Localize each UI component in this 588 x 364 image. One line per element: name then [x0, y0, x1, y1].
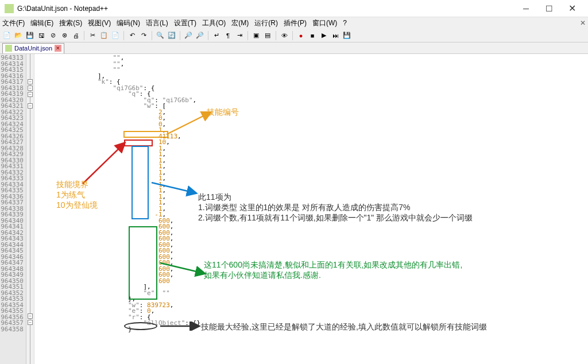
tab-label: DataUnit.json — [14, 45, 52, 52]
savemacro-icon[interactable]: 💾 — [342, 31, 351, 40]
record-icon[interactable]: ● — [296, 31, 305, 40]
menu-search[interactable]: 搜索(S) — [59, 18, 82, 28]
fold-minus-icon[interactable]: − — [28, 79, 33, 84]
open-file-icon[interactable]: 📂 — [14, 31, 23, 40]
tab-bar: DataUnit.json ✕ — [0, 42, 588, 54]
unfold-icon[interactable]: ▤ — [263, 31, 272, 40]
fold-minus-icon[interactable]: − — [28, 103, 33, 109]
editor-area[interactable]: 9643139643149643159643169643179643189643… — [0, 54, 588, 364]
new-file-icon[interactable]: 📄 — [2, 31, 11, 40]
save-icon[interactable]: 💾 — [25, 31, 34, 40]
play-icon[interactable]: ▶ — [319, 31, 328, 40]
maximize-button[interactable]: ☐ — [537, 1, 560, 17]
copy-icon[interactable]: 📋 — [99, 31, 109, 40]
close-button[interactable]: ✕ — [560, 1, 583, 17]
line-number-gutter: 9643139643149643159643169643179643189643… — [0, 54, 26, 364]
wordwrap-icon[interactable]: ↵ — [212, 31, 221, 40]
app-icon — [5, 4, 14, 13]
close-all-icon[interactable]: ⊗ — [60, 31, 69, 40]
menu-settings[interactable]: 设置(T) — [174, 18, 196, 28]
close-file-icon[interactable]: ⊘ — [48, 31, 57, 40]
minimize-button[interactable]: ─ — [514, 1, 537, 17]
fold-column[interactable]: − − − − − − — [26, 54, 34, 364]
menu-edit[interactable]: 编辑(E) — [30, 18, 53, 28]
menu-help[interactable]: ? — [343, 19, 347, 27]
menu-language[interactable]: 语言(L) — [146, 18, 168, 28]
zoom-out-icon[interactable]: 🔎 — [195, 31, 204, 40]
indent-icon[interactable]: ⇥ — [235, 31, 244, 40]
undo-icon[interactable]: ↶ — [127, 31, 137, 40]
window-titlebar: G:\DataUnit.json - Notepad++ ─ ☐ ✕ — [0, 0, 588, 17]
menu-plugins[interactable]: 插件(P) — [284, 18, 307, 28]
fold-minus-icon[interactable]: − — [28, 320, 33, 325]
menu-macro[interactable]: 宏(M) — [231, 18, 249, 28]
menu-view[interactable]: 视图(V) — [88, 18, 111, 28]
toolbar: 📄 📂 💾 🖫 ⊘ ⊗ 🖨 ✂ 📋 📄 ↶ ↷ 🔍 🔄 🔎 🔎 ↵ ¶ ⇥ ▣ … — [0, 29, 588, 42]
save-all-icon[interactable]: 🖫 — [37, 31, 46, 40]
tab-close-icon[interactable]: ✕ — [55, 45, 61, 52]
menu-file[interactable]: 文件(F) — [2, 18, 25, 28]
cut-icon[interactable]: ✂ — [88, 31, 97, 40]
menu-encoding[interactable]: 编码(N) — [117, 18, 140, 28]
menu-tools[interactable]: 工具(O) — [202, 18, 226, 28]
file-icon — [5, 45, 12, 52]
playto-icon[interactable]: ⏭ — [331, 31, 340, 40]
fold-minus-icon[interactable]: − — [28, 86, 33, 91]
menubar: 文件(F) 编辑(E) 搜索(S) 视图(V) 编码(N) 语言(L) 设置(T… — [0, 17, 588, 29]
menubar-close-icon[interactable]: ✕ — [580, 19, 586, 27]
find-icon[interactable]: 🔍 — [156, 31, 165, 40]
replace-icon[interactable]: 🔄 — [167, 31, 176, 40]
redo-icon[interactable]: ↷ — [139, 31, 148, 40]
menu-run[interactable]: 运行(R) — [254, 18, 278, 28]
showall-icon[interactable]: ¶ — [223, 31, 233, 40]
fold-icon[interactable]: ▣ — [252, 31, 261, 40]
fold-minus-icon[interactable]: − — [28, 92, 33, 97]
code-content[interactable]: "", "", "" ], "k": { "qi7G6b": { "q": { … — [34, 54, 588, 364]
menu-window[interactable]: 窗口(W) — [312, 18, 337, 28]
stop-icon[interactable]: ■ — [308, 31, 317, 40]
window-title: G:\DataUnit.json - Notepad++ — [17, 5, 514, 13]
print-icon[interactable]: 🖨 — [71, 31, 80, 40]
zoom-in-icon[interactable]: 🔎 — [184, 31, 193, 40]
tab-dataunit[interactable]: DataUnit.json ✕ — [2, 43, 64, 53]
paste-icon[interactable]: 📄 — [111, 31, 120, 40]
eye-icon[interactable]: 👁 — [280, 31, 289, 40]
fold-minus-icon[interactable]: − — [28, 313, 33, 319]
